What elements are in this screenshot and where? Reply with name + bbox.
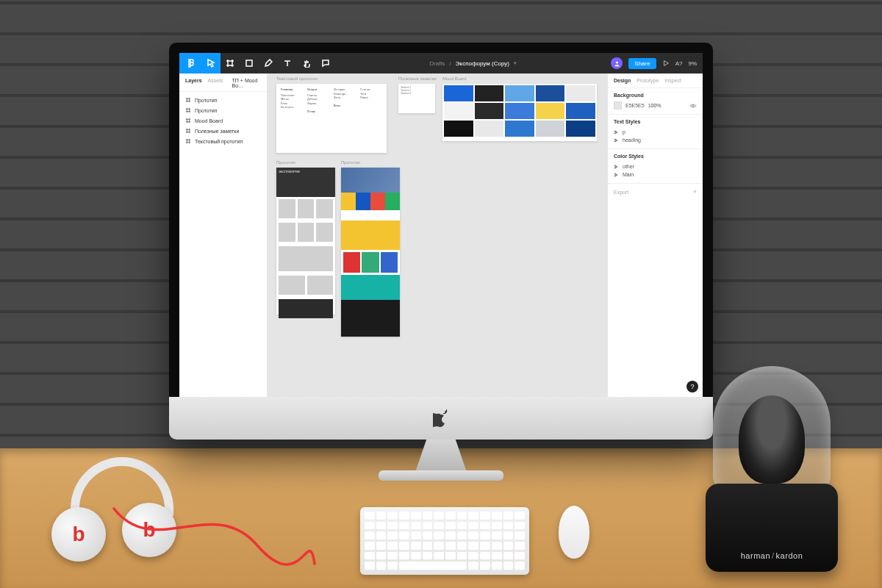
file-name: Экспофорум (Copy) (456, 60, 509, 67)
panel-title: Background (614, 93, 697, 98)
frame-notes[interactable]: Заметка 1Заметка 2Заметка 3 (398, 84, 435, 113)
design-tab[interactable]: Design (614, 78, 631, 83)
speaker-brand: harman/kardon (741, 551, 803, 560)
chevron-right-icon (614, 130, 618, 135)
workspace: Layers Assets ТП + Mood Bo… Прототип Про… (179, 74, 703, 397)
view-options-button[interactable]: A? (675, 60, 683, 67)
panel-title: Color Styles (614, 154, 697, 159)
pen-tool-button[interactable] (259, 53, 278, 74)
layer-label: Прототип (195, 108, 217, 113)
right-sidebar: Design Prototype Inspect Background E5E5… (607, 74, 703, 397)
zoom-level[interactable]: 9% (688, 60, 697, 67)
pen-icon (264, 59, 273, 68)
frame-icon (185, 107, 191, 113)
svg-point-1 (616, 61, 618, 63)
toolbar-right: Share A? 9% (611, 57, 703, 69)
move-tool-button[interactable] (201, 53, 220, 74)
frame-tool-button[interactable] (220, 53, 240, 74)
layer-item[interactable]: Текстовый прототип (179, 136, 267, 146)
text-style-item[interactable]: p (614, 128, 697, 136)
layer-label: Mood Board (195, 118, 223, 123)
color-style-item[interactable]: Main (614, 171, 697, 179)
panel-title: Text Styles (614, 119, 697, 124)
assets-tab[interactable]: Assets (208, 78, 223, 88)
export-panel: Export + (608, 184, 703, 200)
frame-icon (185, 118, 191, 123)
style-label: heading (623, 137, 641, 143)
keyboard (360, 507, 529, 575)
scene-root: Drafts / Экспофорум (Copy) ▾ Share A? 9% (0, 0, 882, 588)
eye-icon[interactable] (689, 102, 697, 110)
inspect-tab[interactable]: Inspect (664, 78, 681, 83)
left-tabs: Layers Assets ТП + Mood Bo… (179, 74, 267, 92)
hand-tool-button[interactable] (297, 53, 316, 74)
style-label: Main (623, 172, 634, 177)
layer-item[interactable]: Прототип (179, 95, 267, 105)
imac: Drafts / Экспофорум (Copy) ▾ Share A? 9% (169, 43, 713, 440)
bg-opacity[interactable]: 100% (648, 103, 662, 108)
page-selector[interactable]: ТП + Mood Bo… (229, 78, 261, 88)
right-tabs: Design Prototype Inspect (608, 74, 703, 88)
user-avatar[interactable] (611, 57, 623, 69)
figma-toolbar: Drafts / Экспофорум (Copy) ▾ Share A? 9% (179, 53, 703, 74)
toolbar-center[interactable]: Drafts / Экспофорум (Copy) ▾ (335, 60, 611, 67)
frame-icon (185, 138, 191, 144)
figma-logo-icon (186, 59, 195, 68)
layer-item[interactable]: Полезные заметки (179, 126, 267, 136)
background-panel: Background E5E5E5 100% (608, 88, 703, 115)
imac-bezel: Drafts / Экспофорум (Copy) ▾ Share A? 9% (169, 43, 713, 440)
present-button[interactable] (662, 60, 670, 67)
frame-icon (185, 128, 191, 134)
comment-tool-button[interactable] (316, 53, 335, 74)
toolbar-left (179, 53, 335, 74)
frame-icon (226, 59, 234, 68)
color-styles-panel: Color Styles other Main (608, 149, 703, 184)
chevron-right-icon (614, 165, 618, 169)
help-button[interactable]: ? (686, 381, 698, 392)
frame-label[interactable]: Mood Board (442, 76, 467, 81)
share-button[interactable]: Share (628, 58, 656, 69)
style-label: other (623, 164, 634, 169)
text-styles-panel: Text Styles p heading (608, 115, 703, 149)
text-icon (283, 59, 292, 68)
frame-prototype-color[interactable] (341, 168, 400, 337)
imac-chin (169, 397, 713, 440)
main-menu-button[interactable] (179, 53, 201, 74)
imac-stand (379, 440, 503, 481)
apple-logo-icon (433, 409, 449, 428)
frame-label[interactable]: Полезные заметки (398, 76, 437, 81)
color-style-item[interactable]: other (614, 162, 697, 171)
text-tool-button[interactable] (278, 53, 297, 74)
layers-tab[interactable]: Layers (185, 78, 202, 88)
layer-label: Прототип (195, 98, 217, 103)
frame-text-prototype[interactable]: ГлавнаяОписаниеМенюБлокКонтакты УслугиСп… (276, 84, 387, 153)
layer-list: Прототип Прототип Mood Board Полезные за… (179, 92, 267, 149)
frame-icon (185, 97, 191, 103)
bg-hex[interactable]: E5E5E5 (625, 103, 645, 108)
add-export-button[interactable]: + (693, 188, 697, 196)
frame-label[interactable]: Текстовый прототип (276, 76, 318, 81)
rectangle-icon (245, 59, 254, 68)
prototype-tab[interactable]: Prototype (637, 78, 659, 83)
breadcrumb-folder: Drafts (429, 60, 445, 67)
svg-rect-0 (246, 60, 252, 66)
frame-label[interactable]: Прототип (341, 160, 360, 165)
layer-label: Текстовый прототип (195, 139, 243, 144)
canvas[interactable]: Текстовый прототип ГлавнаяОписаниеМенюБл… (268, 74, 607, 397)
frame-prototype-wire[interactable]: ЭКСПОФОРУМ (276, 168, 335, 315)
frame-label[interactable]: Прототип (276, 160, 295, 165)
background-row[interactable]: E5E5E5 100% (614, 101, 697, 110)
shape-tool-button[interactable] (240, 53, 259, 74)
frame-content: ГлавнаяОписаниеМенюБлокКонтакты УслугиСп… (276, 84, 387, 153)
svg-point-2 (692, 104, 695, 107)
hero-dark: ЭКСПОФОРУМ (276, 168, 335, 197)
mouse (559, 506, 589, 559)
color-swatch[interactable] (614, 101, 622, 110)
text-style-item[interactable]: heading (614, 136, 697, 144)
style-label: p (623, 129, 625, 135)
figma-screen: Drafts / Экспофорум (Copy) ▾ Share A? 9% (179, 53, 703, 397)
layer-item[interactable]: Прототип (179, 105, 267, 115)
frame-mood-board[interactable] (442, 84, 597, 141)
layer-item[interactable]: Mood Board (179, 115, 267, 126)
breadcrumb-sep: / (450, 60, 451, 67)
